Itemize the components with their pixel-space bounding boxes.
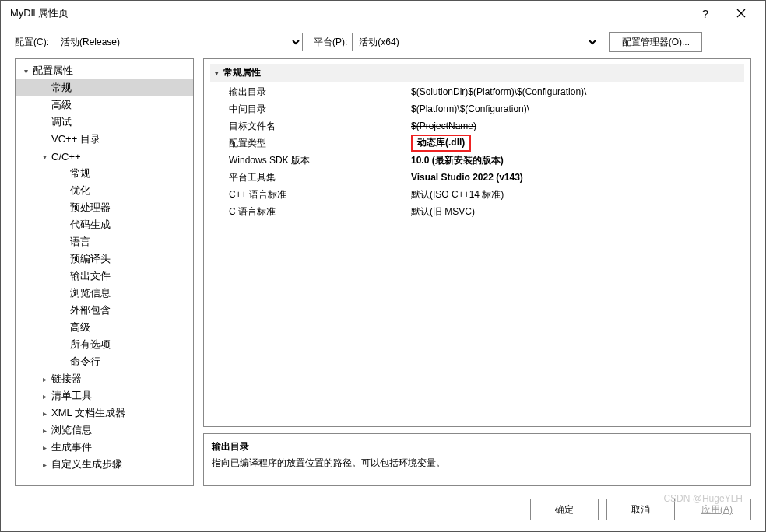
tree-node[interactable]: ▸浏览信息 — [16, 285, 193, 302]
close-icon — [736, 9, 746, 18]
property-name: 平台工具集 — [210, 171, 411, 184]
apply-button[interactable]: 应用(A) — [683, 499, 751, 520]
property-row[interactable]: 目标文件名$(ProjectName) — [210, 117, 744, 135]
tree-node[interactable]: ▸链接器 — [16, 370, 193, 387]
tree-node[interactable]: ▸预编译头 — [16, 250, 193, 268]
collapse-icon: ▾ — [215, 69, 219, 77]
tree-node-label: 优化 — [69, 184, 90, 198]
tree-node[interactable]: ▸高级 — [16, 319, 193, 336]
tree-node-label: 高级 — [69, 320, 90, 334]
tree-node-label: 配置属性 — [31, 64, 73, 78]
cancel-button[interactable]: 取消 — [606, 499, 675, 520]
tree-node-label: 外部包含 — [69, 303, 111, 317]
tree-node[interactable]: ▸优化 — [16, 182, 193, 199]
tree-node-label: 预编译头 — [69, 252, 111, 266]
config-select[interactable]: 活动(Release) — [54, 33, 303, 51]
tree-node[interactable]: ▾C/C++ — [16, 148, 193, 165]
collapsed-icon[interactable]: ▸ — [39, 426, 50, 435]
tree-node-label: 所有选项 — [69, 338, 111, 352]
tree-node-label: 高级 — [50, 98, 72, 112]
ok-button[interactable]: 确定 — [530, 499, 599, 520]
grid-section-header[interactable]: ▾常规属性 — [210, 64, 744, 82]
right-pane: ▾常规属性输出目录$(SolutionDir)$(Platform)\$(Con… — [203, 58, 751, 486]
property-row[interactable]: C++ 语言标准默认(ISO C++14 标准) — [210, 186, 744, 203]
tree-node[interactable]: ▸命令行 — [16, 353, 193, 370]
tree-node[interactable]: ▸常规 — [16, 79, 193, 96]
platform-select[interactable]: 活动(x64) — [352, 33, 599, 51]
tree-node-label: 代码生成 — [69, 218, 111, 232]
tree-node[interactable]: ▸VC++ 目录 — [16, 131, 193, 148]
tree-node-label: C/C++ — [50, 151, 81, 163]
property-row[interactable]: 平台工具集Visual Studio 2022 (v143) — [210, 169, 744, 186]
tree-node[interactable]: ▸代码生成 — [16, 216, 193, 233]
tree-node[interactable]: ▸生成事件 — [16, 439, 193, 456]
tree-node[interactable]: ▸语言 — [16, 233, 193, 250]
property-name: Windows SDK 版本 — [210, 154, 411, 167]
category-tree[interactable]: ▾配置属性▸常规▸高级▸调试▸VC++ 目录▾C/C++▸常规▸优化▸预处理器▸… — [15, 58, 194, 486]
tree-node-label: 浏览信息 — [69, 286, 111, 300]
property-name: C++ 语言标准 — [210, 188, 411, 201]
property-value[interactable]: $(ProjectName) — [411, 121, 744, 131]
tree-node[interactable]: ▸浏览信息 — [16, 422, 193, 439]
property-row[interactable]: 输出目录$(SolutionDir)$(Platform)\$(Configur… — [210, 83, 744, 100]
tree-node[interactable]: ▸外部包含 — [16, 302, 193, 319]
tree-node-label: 常规 — [50, 81, 72, 95]
platform-label: 平台(P): — [314, 36, 347, 49]
collapsed-icon[interactable]: ▸ — [39, 392, 50, 401]
property-value[interactable]: Visual Studio 2022 (v143) — [411, 172, 744, 183]
property-value[interactable]: 动态库(.dll) — [411, 135, 744, 152]
property-row[interactable]: Windows SDK 版本10.0 (最新安装的版本) — [210, 152, 744, 169]
tree-node-label: 链接器 — [50, 372, 82, 386]
tree-node[interactable]: ▸所有选项 — [16, 336, 193, 353]
property-value[interactable]: $(Platform)\$(Configuration)\ — [411, 103, 744, 114]
property-value[interactable]: 默认(旧 MSVC) — [411, 205, 744, 219]
tree-node[interactable]: ▾配置属性 — [16, 62, 193, 79]
tree-node[interactable]: ▸高级 — [16, 96, 193, 114]
close-button[interactable] — [723, 2, 759, 25]
property-name: 配置类型 — [210, 137, 411, 150]
tree-node[interactable]: ▸自定义生成步骤 — [16, 456, 193, 473]
tree-node-label: 输出文件 — [69, 269, 111, 283]
tree-node[interactable]: ▸预处理器 — [16, 199, 193, 216]
help-button[interactable]: ? — [687, 2, 723, 25]
property-value[interactable]: $(SolutionDir)$(Platform)\$(Configuratio… — [411, 86, 744, 97]
expanded-icon[interactable]: ▾ — [20, 67, 31, 75]
config-label: 配置(C): — [15, 36, 49, 49]
tree-node-label: VC++ 目录 — [50, 132, 100, 146]
property-name: C 语言标准 — [210, 205, 411, 219]
property-row[interactable]: 中间目录$(Platform)\$(Configuration)\ — [210, 100, 744, 117]
property-value[interactable]: 10.0 (最新安装的版本) — [411, 154, 744, 167]
tree-node-label: 生成事件 — [50, 440, 92, 454]
property-pages-dialog: MyDll 属性页 ? 配置(C): 活动(Release) 平台(P): 活动… — [0, 0, 766, 532]
collapsed-icon[interactable]: ▸ — [39, 409, 50, 418]
property-name: 中间目录 — [210, 103, 411, 116]
collapsed-icon[interactable]: ▸ — [39, 443, 50, 452]
property-name: 输出目录 — [210, 86, 411, 99]
tree-node-label: 语言 — [69, 235, 90, 249]
tree-node[interactable]: ▸输出文件 — [16, 268, 193, 285]
titlebar: MyDll 属性页 ? — [1, 1, 765, 26]
tree-node-label: 调试 — [50, 115, 72, 129]
property-value[interactable]: 默认(ISO C++14 标准) — [411, 188, 744, 201]
expanded-icon[interactable]: ▾ — [39, 152, 50, 161]
tree-node-label: XML 文档生成器 — [50, 406, 125, 420]
collapsed-icon[interactable]: ▸ — [39, 375, 50, 383]
property-grid[interactable]: ▾常规属性输出目录$(SolutionDir)$(Platform)\$(Con… — [203, 58, 751, 427]
tree-node-label: 常规 — [69, 166, 90, 180]
property-name: 目标文件名 — [210, 120, 411, 133]
tree-node[interactable]: ▸XML 文档生成器 — [16, 404, 193, 422]
property-row[interactable]: C 语言标准默认(旧 MSVC) — [210, 203, 744, 220]
description-title: 输出目录 — [212, 440, 743, 453]
grid-header-label: 常规属性 — [223, 66, 261, 79]
config-toolbar: 配置(C): 活动(Release) 平台(P): 活动(x64) 配置管理器(… — [1, 26, 765, 58]
tree-node-label: 自定义生成步骤 — [50, 457, 122, 471]
property-row[interactable]: 配置类型动态库(.dll) — [210, 135, 744, 152]
tree-node[interactable]: ▸清单工具 — [16, 387, 193, 404]
tree-node-label: 命令行 — [69, 355, 100, 369]
config-manager-button[interactable]: 配置管理器(O)... — [609, 32, 702, 52]
tree-node[interactable]: ▸常规 — [16, 165, 193, 182]
tree-node[interactable]: ▸调试 — [16, 114, 193, 131]
collapsed-icon[interactable]: ▸ — [39, 460, 50, 469]
description-panel: 输出目录 指向已编译程序的放置位置的路径。可以包括环境变量。 — [203, 433, 751, 486]
window-title: MyDll 属性页 — [7, 6, 687, 20]
